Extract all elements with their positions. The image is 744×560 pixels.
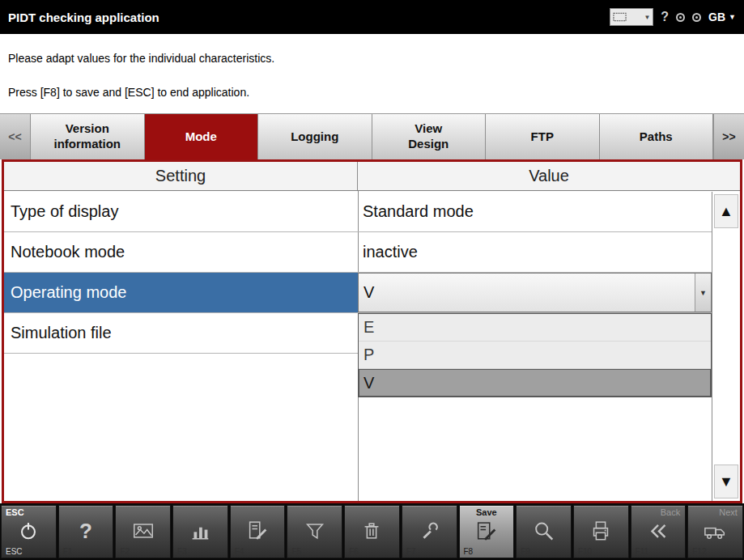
tab-paths[interactable]: Paths bbox=[600, 114, 714, 159]
print-button[interactable]: F10 bbox=[573, 505, 629, 558]
scroll-down-button[interactable]: ▼ bbox=[714, 465, 738, 498]
language-code: GB bbox=[708, 11, 725, 23]
app-title: PIDT checking application bbox=[8, 11, 159, 24]
table-header: Setting Value bbox=[4, 162, 740, 191]
table-row: Type of display Standard mode bbox=[4, 192, 712, 232]
value-cell: V ▼ bbox=[358, 273, 712, 312]
tab-logging[interactable]: Logging bbox=[258, 114, 372, 159]
up-arrow-icon: ▲ bbox=[719, 203, 733, 220]
esc-button[interactable]: ESC ESC bbox=[1, 505, 57, 558]
service-button[interactable]: F7 bbox=[402, 505, 457, 558]
save-button[interactable]: Save F8 bbox=[459, 505, 515, 558]
instruction-line: Press [F8] to save and [ESC] to end appl… bbox=[8, 86, 736, 99]
operating-mode-dropdown-list: E P V bbox=[358, 313, 712, 397]
status-led-icon bbox=[676, 13, 685, 22]
value-cell[interactable]: inactive bbox=[358, 232, 712, 272]
tab-mode[interactable]: Mode bbox=[145, 114, 259, 159]
settings-panel: Setting Value Type of display Standard m… bbox=[2, 159, 742, 503]
edit-button[interactable]: F4 bbox=[230, 505, 286, 558]
tabs-scroll-right-button[interactable]: >> bbox=[713, 114, 744, 159]
chevron-down-icon: ▼ bbox=[729, 13, 736, 21]
next-button[interactable]: Next F12 bbox=[687, 505, 743, 558]
image-button[interactable]: F2 bbox=[115, 505, 171, 558]
search-icon bbox=[532, 519, 556, 543]
tab-bar: << Version information Mode Logging View… bbox=[0, 113, 744, 159]
edit-icon bbox=[245, 519, 270, 543]
combobox-value: V bbox=[359, 283, 695, 302]
back-button[interactable]: Back F11 bbox=[631, 505, 687, 558]
language-selector[interactable]: GB ▼ bbox=[708, 11, 736, 23]
filter-button[interactable]: F5 bbox=[287, 505, 342, 558]
table-row: Notebook mode inactive bbox=[4, 232, 712, 273]
monitor-icon bbox=[613, 12, 627, 22]
operating-mode-combobox[interactable]: V ▼ bbox=[358, 273, 712, 312]
instruction-area: Please adapt values for the individual c… bbox=[0, 34, 744, 113]
setting-cell-selected[interactable]: Operating mode bbox=[4, 273, 358, 312]
chevron-down-icon: ▼ bbox=[699, 289, 707, 297]
function-key-toolbar: ESC ESC ? F1 F2 F3 F4 F5 bbox=[0, 503, 744, 560]
setting-cell[interactable]: Simulation file bbox=[4, 313, 358, 353]
chevron-down-icon: ▼ bbox=[644, 14, 650, 21]
vertical-scrollbar[interactable]: ▲ ▼ bbox=[712, 192, 740, 501]
delete-button[interactable]: F6 bbox=[344, 505, 400, 558]
wrench-icon bbox=[417, 519, 441, 543]
dropdown-option[interactable]: E bbox=[359, 314, 711, 342]
status-led-icon bbox=[692, 13, 701, 22]
back-icon bbox=[645, 519, 671, 543]
table-row: Operating mode V ▼ bbox=[4, 273, 712, 313]
print-icon bbox=[589, 519, 613, 543]
power-icon bbox=[16, 519, 40, 543]
help-button[interactable]: ? F1 bbox=[58, 505, 114, 558]
tabs-scroll-left-button[interactable]: << bbox=[0, 114, 31, 159]
help-icon: ? bbox=[79, 520, 92, 541]
value-cell[interactable]: Standard mode bbox=[358, 192, 712, 231]
titlebar: PIDT checking application ▼ ? GB ▼ bbox=[0, 0, 744, 34]
scroll-up-button[interactable]: ▲ bbox=[714, 194, 738, 228]
chart-icon bbox=[188, 519, 212, 543]
tab-version-information[interactable]: Version information bbox=[31, 114, 145, 159]
image-icon bbox=[131, 519, 155, 543]
instruction-line: Please adapt values for the individual c… bbox=[8, 52, 736, 65]
tab-view-design[interactable]: View Design bbox=[372, 114, 487, 159]
setting-cell[interactable]: Type of display bbox=[4, 192, 358, 231]
chart-button[interactable]: F3 bbox=[172, 505, 228, 558]
dropdown-option[interactable]: P bbox=[359, 342, 711, 369]
truck-icon bbox=[703, 519, 729, 543]
trash-icon bbox=[359, 519, 384, 543]
column-header-setting: Setting bbox=[4, 162, 358, 190]
tab-ftp[interactable]: FTP bbox=[486, 114, 600, 159]
column-header-value: Value bbox=[358, 162, 740, 190]
setting-cell[interactable]: Notebook mode bbox=[4, 232, 358, 272]
filter-icon bbox=[303, 519, 327, 543]
help-icon[interactable]: ? bbox=[661, 10, 669, 24]
dropdown-option-selected[interactable]: V bbox=[359, 369, 711, 397]
search-button[interactable]: F9 bbox=[516, 505, 572, 558]
save-icon bbox=[474, 519, 499, 543]
down-arrow-icon: ▼ bbox=[719, 473, 733, 490]
combobox-dropdown-button[interactable]: ▼ bbox=[695, 274, 711, 312]
display-selector[interactable]: ▼ bbox=[610, 8, 653, 26]
